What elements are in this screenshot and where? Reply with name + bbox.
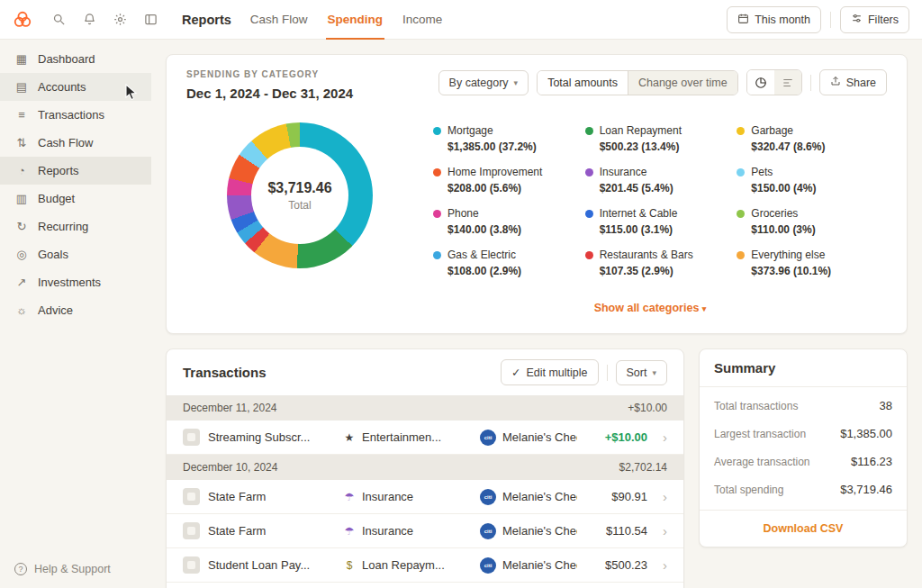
legend-item-groceries[interactable]: Groceries $110.00 (3%)	[737, 207, 881, 236]
merchant-name: State Farm	[208, 524, 266, 538]
legend-name: Gas & Electric	[447, 249, 516, 261]
topbar-actions: This month Filters	[727, 6, 909, 33]
group-date: December 11, 2024	[183, 402, 277, 414]
transaction-group-header: December 10, 2024 $2,702.14	[167, 455, 683, 480]
date-range-button[interactable]: This month	[727, 6, 821, 33]
legend-item-internet-cable[interactable]: Internet & Cable $115.00 (3.1%)	[585, 207, 730, 236]
transaction-row[interactable]: State Farm ☂ Insurance citi Melanie's Ch…	[167, 480, 683, 514]
tab-income[interactable]: Income	[402, 0, 442, 40]
goals-icon: ◎	[14, 248, 29, 261]
help-support-link[interactable]: ? Help & Support	[14, 563, 111, 575]
legend-item-gas-electric[interactable]: Gas & Electric $108.00 (2.9%)	[433, 249, 578, 277]
legend-item-insurance[interactable]: Insurance $201.45 (5.4%)	[585, 166, 730, 194]
transactions-title: Transactions	[183, 365, 267, 380]
merchant-logo-icon	[183, 488, 200, 505]
spending-by-category-card: SPENDING BY CATEGORY Dec 1, 2024 - Dec 3…	[166, 54, 908, 334]
main-content: SPENDING BY CATEGORY Dec 1, 2024 - Dec 3…	[151, 40, 922, 588]
summary-row-total-spending: Total spending $3,719.46	[700, 475, 907, 503]
monarch-logo-icon[interactable]	[13, 10, 32, 30]
share-button[interactable]: Share	[819, 69, 887, 95]
download-csv-link[interactable]: Download CSV	[700, 510, 907, 547]
account-name: Melanie's Check...	[502, 490, 577, 503]
donut-center: $3,719.46 Total	[227, 122, 373, 268]
transactions-icon: ≡	[14, 108, 29, 122]
summary-row-average-transaction: Average transaction $116.23	[700, 448, 907, 475]
transaction-row[interactable]: Student Loan Pay... $ Loan Repaym... cit…	[167, 548, 683, 583]
merchant-cell: State Farm	[183, 488, 343, 505]
citi-bank-icon: citi	[480, 489, 496, 505]
pie-chart-toggle-icon[interactable]	[747, 70, 774, 95]
legend-name: Garbage	[751, 124, 793, 137]
sidebar-item-goals[interactable]: ◎ Goals	[0, 240, 151, 268]
bar-list-toggle-icon[interactable]	[774, 70, 801, 95]
legend-amount: $140.00 (3.8%)	[447, 223, 578, 236]
legend-name: Mortgage	[447, 124, 493, 137]
notifications-bell-icon[interactable]	[77, 8, 101, 32]
transaction-amount: $500.23	[577, 558, 647, 572]
transactions-card: Transactions ✓ Edit multiple Sort ▾	[166, 348, 684, 588]
merchant-cell: Student Loan Pay...	[183, 556, 343, 574]
sort-button[interactable]: Sort ▾	[616, 360, 667, 385]
tab-spending[interactable]: Spending	[328, 0, 384, 40]
merchant-logo-icon	[183, 556, 200, 574]
sidebar-toggle-icon[interactable]	[139, 8, 162, 32]
account-cell: citi Melanie's Check...	[480, 489, 577, 505]
transaction-row[interactable]: State Farm ☂ Insurance citi Melanie's Ch…	[167, 514, 683, 548]
transaction-amount: $110.54	[577, 524, 647, 538]
summary-value: $1,385.00	[840, 427, 892, 440]
show-all-categories-link[interactable]: Show all categories ▾	[594, 302, 707, 314]
by-category-dropdown[interactable]: By category ▾	[438, 70, 529, 95]
group-total: +$10.00	[628, 402, 667, 414]
tab-cash-flow[interactable]: Cash Flow	[250, 0, 308, 40]
sidebar: ▦ Dashboard ▤ Accounts ≡ Transactions ⇅ …	[0, 40, 151, 588]
legend-item-loan-repayment[interactable]: Loan Repayment $500.23 (13.4%)	[585, 124, 730, 153]
transaction-row[interactable]: Streaming Subscr... ★ Entertainmen... ci…	[167, 421, 683, 455]
legend-item-phone[interactable]: Phone $140.00 (3.8%)	[433, 207, 578, 236]
reports-icon: ◔	[14, 164, 29, 177]
sidebar-item-transactions[interactable]: ≡ Transactions	[0, 101, 151, 129]
sidebar-item-investments[interactable]: ↗ Investments	[0, 268, 151, 296]
account-cell: citi Melanie's Check...	[480, 523, 577, 539]
donut-chart[interactable]: $3,719.46 Total	[227, 122, 373, 268]
sidebar-item-dashboard[interactable]: ▦ Dashboard	[0, 45, 151, 73]
merchant-logo-icon	[183, 429, 200, 446]
citi-bank-icon: citi	[480, 557, 496, 574]
settings-gear-icon[interactable]	[108, 8, 131, 32]
sidebar-item-cash-flow[interactable]: ⇅ Cash Flow	[0, 129, 151, 157]
citi-bank-icon: citi	[480, 430, 496, 446]
donut-wrap: $3,719.46 Total	[186, 122, 413, 277]
filters-button[interactable]: Filters	[840, 6, 909, 33]
edit-multiple-button[interactable]: ✓ Edit multiple	[501, 359, 599, 385]
category-name: Insurance	[362, 490, 413, 503]
category-name: Entertainmen...	[362, 430, 441, 444]
legend-item-home-improvement[interactable]: Home Improvement $208.00 (5.6%)	[433, 166, 578, 194]
legend-item-restaurants-bars[interactable]: Restaurants & Bars $107.35 (2.9%)	[585, 249, 730, 277]
account-name: Melanie's Check...	[502, 524, 577, 538]
change-over-time-toggle[interactable]: Change over time	[628, 71, 737, 95]
search-icon[interactable]	[47, 8, 70, 32]
legend-item-mortgage[interactable]: Mortgage $1,385.00 (37.2%)	[433, 124, 578, 153]
legend-item-everything-else[interactable]: Everything else $373.96 (10.1%)	[737, 249, 881, 277]
summary-rows: Total transactions 38 Largest transactio…	[700, 387, 907, 510]
legend-amount: $107.35 (2.9%)	[600, 265, 730, 277]
sidebar-item-accounts[interactable]: ▤ Accounts	[0, 73, 151, 101]
sidebar-item-reports[interactable]: ◔ Reports	[0, 157, 151, 185]
legend-amount: $115.00 (3.1%)	[600, 223, 730, 236]
legend-item-garbage[interactable]: Garbage $320.47 (8.6%)	[737, 124, 881, 153]
share-icon	[830, 76, 841, 89]
legend-name: Phone	[447, 207, 479, 220]
chart-area: $3,719.46 Total Mortgage $1,385.00 (37.2…	[186, 122, 887, 277]
summary-label: Total transactions	[714, 400, 798, 412]
total-amounts-toggle[interactable]: Total amounts	[538, 71, 628, 95]
sidebar-item-advice[interactable]: ☼ Advice	[0, 296, 151, 324]
merchant-cell: Streaming Subscr...	[183, 429, 343, 446]
sidebar-item-budget[interactable]: ▥ Budget	[0, 185, 151, 213]
transaction-row[interactable]: HOA Monthly Dues ♻ Garbage citi Melanie'…	[167, 583, 683, 588]
card-eyebrow: SPENDING BY CATEGORY	[186, 69, 353, 79]
chevron-down-icon: ▾	[514, 78, 519, 87]
sidebar-item-label: Advice	[38, 303, 73, 317]
group-date: December 10, 2024	[183, 461, 277, 474]
show-all-label: Show all categories	[594, 302, 700, 314]
legend-item-pets[interactable]: Pets $150.00 (4%)	[737, 166, 881, 194]
sidebar-item-recurring[interactable]: ↻ Recurring	[0, 213, 151, 240]
